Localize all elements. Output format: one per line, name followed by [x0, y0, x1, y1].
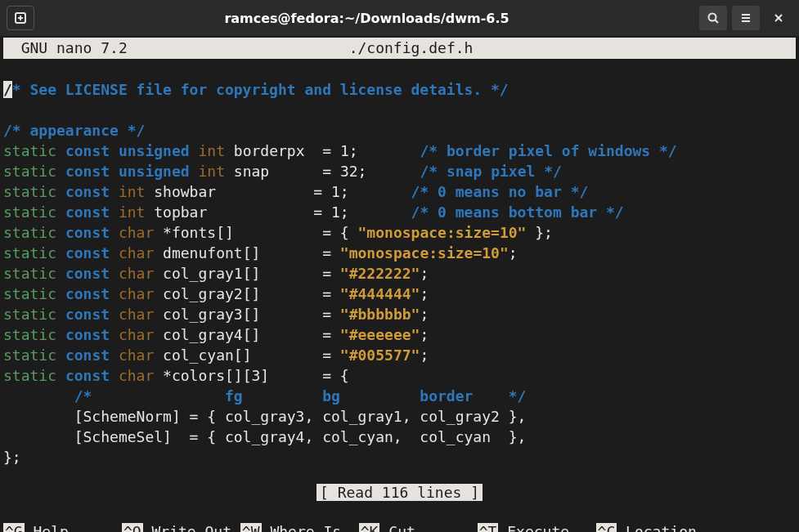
- search-button[interactable]: [699, 6, 727, 30]
- key-location[interactable]: ^C: [596, 523, 617, 532]
- editor-area[interactable]: /* See LICENSE file for copyright and li…: [0, 59, 799, 467]
- key-writeout[interactable]: ^O: [122, 523, 143, 532]
- nano-filename: ./config.def.h: [349, 39, 474, 56]
- nano-status-line: [ Read 116 lines ]: [0, 484, 799, 501]
- svg-line-4: [716, 20, 719, 24]
- nano-header-bar: GNU nano 7.2 ./config.def.h: [3, 38, 796, 59]
- window-titlebar: ramces@fedora:~/Downloads/dwm-6.5: [0, 0, 799, 36]
- shortcut-row-1: ^G Help ^O Write Out ^W Where Is ^K Cut …: [3, 523, 697, 532]
- nano-app-name: GNU nano 7.2: [21, 39, 128, 56]
- key-help[interactable]: ^G: [3, 523, 25, 532]
- key-execute[interactable]: ^T: [478, 523, 499, 532]
- hamburger-menu-button[interactable]: [732, 6, 760, 30]
- close-window-button[interactable]: [765, 6, 792, 30]
- new-tab-button[interactable]: [7, 6, 34, 30]
- svg-point-3: [709, 14, 716, 21]
- nano-shortcuts: ^G Help ^O Write Out ^W Where Is ^K Cut …: [0, 501, 799, 532]
- window-title: ramces@fedora:~/Downloads/dwm-6.5: [39, 11, 694, 26]
- cursor: /: [3, 81, 12, 98]
- key-whereis[interactable]: ^W: [240, 523, 262, 532]
- key-cut[interactable]: ^K: [359, 523, 380, 532]
